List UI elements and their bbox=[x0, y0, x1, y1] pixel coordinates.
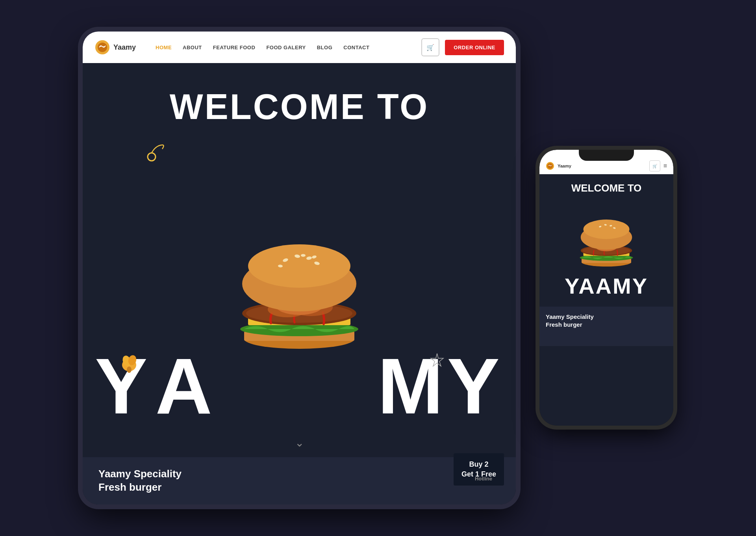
nav-food-galery[interactable]: FOOD GALERY bbox=[266, 45, 306, 50]
hero-section: WELCOME TO YAMY bbox=[83, 63, 516, 457]
svg-point-2 bbox=[100, 45, 102, 47]
phone-notch bbox=[579, 150, 634, 161]
burger-image bbox=[217, 197, 382, 355]
order-online-button[interactable]: ORDER ONLINE bbox=[445, 40, 504, 55]
phone-menu-icon[interactable]: ≡ bbox=[663, 162, 667, 169]
footer-tagline: Yaamy Speciality Fresh burger bbox=[98, 467, 182, 494]
phone-brand-text: YAAMY bbox=[546, 273, 667, 299]
svg-point-38 bbox=[584, 220, 630, 239]
footer-tagline-line2: Fresh burger bbox=[98, 481, 182, 494]
phone-logo-icon bbox=[546, 162, 554, 170]
footer-tagline-line1: Yaamy Speciality bbox=[98, 467, 182, 481]
tablet-device: Yaamy HOME ABOUT FEATURE FOOD FOOD GALER… bbox=[83, 32, 516, 504]
nav-links: HOME ABOUT FEATURE FOOD FOOD GALERY BLOG… bbox=[156, 45, 410, 50]
welcome-text: WELCOME TO bbox=[170, 87, 429, 127]
nav-blog[interactable]: BLOG bbox=[317, 45, 333, 50]
svg-point-26 bbox=[127, 367, 132, 373]
svg-marker-27 bbox=[431, 354, 443, 366]
phone-burger-image bbox=[546, 198, 667, 269]
svg-point-22 bbox=[148, 153, 156, 161]
phone-screen: Yaamy 🛒 ≡ WELCOME TO bbox=[539, 150, 673, 426]
scene: Yaamy HOME ABOUT FEATURE FOOD FOOD GALER… bbox=[24, 12, 732, 524]
nav-home[interactable]: HOME bbox=[156, 45, 172, 50]
svg-point-1 bbox=[98, 43, 107, 52]
phone-footer-tagline-line1: Yaamy Speciality bbox=[546, 313, 667, 321]
nav-contact[interactable]: CONTACT bbox=[343, 45, 369, 50]
scroll-arrow[interactable]: ⌄ bbox=[295, 436, 304, 449]
phone-device: Yaamy 🛒 ≡ WELCOME TO bbox=[539, 150, 673, 426]
phone-hero: WELCOME TO bbox=[539, 174, 673, 307]
phone-footer-tagline-line2: Fresh burger bbox=[546, 321, 667, 329]
logo-icon bbox=[94, 39, 110, 55]
nav-about[interactable]: ABOUT bbox=[183, 45, 202, 50]
phone-welcome-text: WELCOME TO bbox=[546, 182, 667, 194]
promo-line1: Buy 2 bbox=[461, 460, 496, 469]
cart-button[interactable]: 🛒 bbox=[421, 38, 439, 56]
logo-area[interactable]: Yaamy bbox=[94, 39, 136, 55]
cart-icon: 🛒 bbox=[426, 44, 434, 51]
svg-point-14 bbox=[248, 244, 350, 288]
nav-right: 🛒 ORDER ONLINE bbox=[421, 38, 504, 56]
svg-point-3 bbox=[103, 46, 105, 48]
logo-text: Yaamy bbox=[113, 43, 136, 52]
deco-star bbox=[429, 352, 445, 370]
nav-feature-food[interactable]: FEATURE FOOD bbox=[213, 45, 256, 50]
deco-cherry bbox=[146, 142, 169, 165]
navbar: Yaamy HOME ABOUT FEATURE FOOD FOOD GALER… bbox=[83, 32, 516, 63]
footer-strip: Yaamy Speciality Fresh burger Buy 2 Get … bbox=[83, 457, 516, 504]
hotline-label: Hotline bbox=[475, 475, 492, 482]
promo-box: Buy 2 Get 1 Free Hotline bbox=[454, 453, 504, 486]
phone-cart-button[interactable]: 🛒 bbox=[649, 160, 660, 171]
svg-point-29 bbox=[547, 163, 553, 169]
phone-footer: Yaamy Speciality Fresh burger bbox=[539, 307, 673, 346]
deco-chicken bbox=[118, 353, 140, 378]
phone-logo-text: Yaamy bbox=[558, 164, 646, 168]
svg-point-20 bbox=[301, 254, 306, 257]
